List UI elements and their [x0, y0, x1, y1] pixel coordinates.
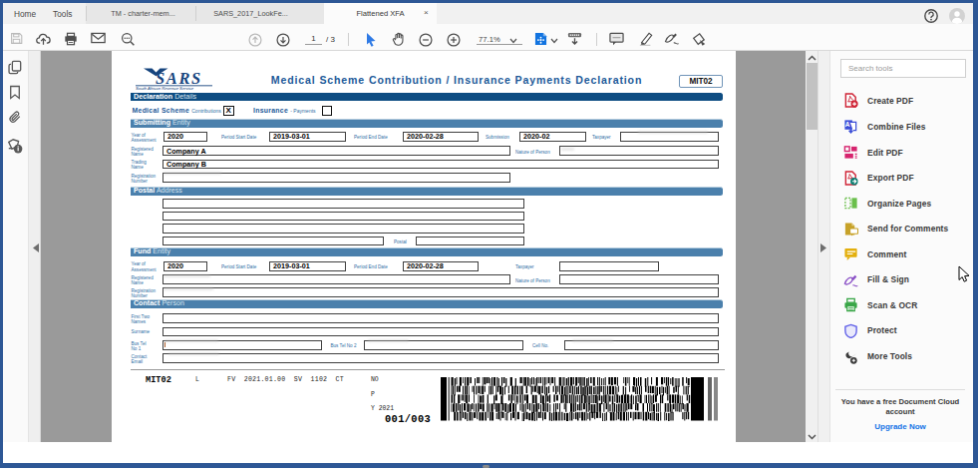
svg-text:SARS: SARS [156, 69, 202, 88]
svg-text:A: A [845, 121, 850, 128]
svg-text:South African Revenue Service: South African Revenue Service [136, 86, 194, 91]
